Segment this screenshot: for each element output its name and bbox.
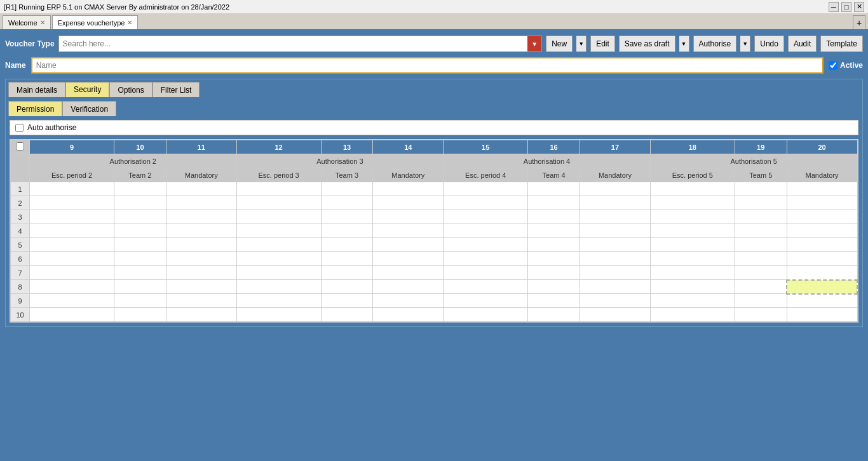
table-cell[interactable] [787,196,857,210]
table-cell[interactable] [114,182,166,196]
table-cell[interactable] [114,196,166,210]
new-button[interactable]: New [546,36,573,52]
table-cell[interactable] [373,308,444,322]
table-cell[interactable] [528,252,580,266]
table-cell[interactable] [166,224,236,238]
tab-security[interactable]: Security [65,82,109,97]
close-button[interactable]: ✕ [854,2,864,12]
table-cell[interactable] [787,252,857,266]
table-cell[interactable] [114,280,166,294]
table-cell[interactable] [444,308,528,322]
table-cell[interactable] [528,210,580,224]
active-checkbox[interactable] [829,61,837,70]
table-cell[interactable] [30,280,114,294]
table-cell[interactable] [30,294,114,308]
table-cell[interactable] [114,238,166,252]
table-cell[interactable] [735,182,787,196]
table-cell[interactable] [114,308,166,322]
minimize-button[interactable]: ─ [829,2,839,12]
table-cell[interactable] [321,210,373,224]
table-cell[interactable] [236,280,321,294]
table-cell[interactable] [236,196,321,210]
template-button[interactable]: Template [820,36,863,52]
table-cell[interactable] [735,238,787,252]
undo-button[interactable]: Undo [754,36,784,52]
auto-authorise-checkbox[interactable] [15,124,24,132]
tab-main-details[interactable]: Main details [8,82,65,97]
tab-welcome[interactable]: Welcome ✕ [3,15,51,29]
table-cell[interactable] [30,308,114,322]
table-cell[interactable] [580,210,651,224]
table-cell[interactable] [580,252,651,266]
table-cell[interactable] [30,266,114,280]
table-cell[interactable] [787,266,857,280]
table-cell[interactable] [373,196,444,210]
table-cell[interactable] [444,210,528,224]
table-cell[interactable] [30,224,114,238]
table-cell[interactable] [236,224,321,238]
restore-button[interactable]: □ [841,2,851,12]
table-cell[interactable] [373,280,444,294]
table-cell[interactable] [580,266,651,280]
table-cell[interactable] [580,280,651,294]
audit-button[interactable]: Audit [788,36,817,52]
table-cell[interactable] [444,280,528,294]
table-cell[interactable] [650,196,735,210]
table-cell[interactable] [321,224,373,238]
table-cell[interactable] [444,196,528,210]
subtab-permission[interactable]: Permission [8,101,62,116]
table-cell[interactable] [236,266,321,280]
table-cell[interactable] [114,266,166,280]
table-cell[interactable] [528,266,580,280]
table-cell[interactable] [787,308,857,322]
table-cell[interactable] [321,182,373,196]
authorise-button[interactable]: Authorise [693,36,737,52]
save-draft-button[interactable]: Save as draft [619,36,675,52]
search-input[interactable] [59,36,528,51]
table-cell[interactable] [528,196,580,210]
table-cell[interactable] [114,224,166,238]
save-draft-dropdown-button[interactable]: ▼ [679,36,689,52]
select-all-checkbox[interactable] [16,142,24,150]
table-cell[interactable] [528,182,580,196]
table-cell[interactable] [787,280,857,294]
table-cell[interactable] [321,294,373,308]
table-cell[interactable] [373,224,444,238]
table-cell[interactable] [373,266,444,280]
table-cell[interactable] [30,196,114,210]
table-cell[interactable] [444,238,528,252]
table-cell[interactable] [528,238,580,252]
table-cell[interactable] [650,210,735,224]
table-cell[interactable] [114,252,166,266]
table-cell[interactable] [735,294,787,308]
table-cell[interactable] [114,294,166,308]
table-cell[interactable] [650,182,735,196]
table-cell[interactable] [735,196,787,210]
table-cell[interactable] [321,196,373,210]
table-cell[interactable] [650,238,735,252]
table-cell[interactable] [580,182,651,196]
table-cell[interactable] [528,308,580,322]
table-cell[interactable] [735,266,787,280]
table-cell[interactable] [787,224,857,238]
table-cell[interactable] [444,266,528,280]
table-cell[interactable] [735,252,787,266]
table-cell[interactable] [735,280,787,294]
table-cell[interactable] [650,280,735,294]
table-cell[interactable] [444,224,528,238]
table-cell[interactable] [373,238,444,252]
table-cell[interactable] [114,210,166,224]
table-cell[interactable] [166,280,236,294]
table-cell[interactable] [444,182,528,196]
table-cell[interactable] [580,294,651,308]
name-input[interactable] [31,57,824,74]
table-cell[interactable] [166,238,236,252]
table-cell[interactable] [30,182,114,196]
table-cell[interactable] [166,294,236,308]
table-cell[interactable] [787,238,857,252]
table-cell[interactable] [444,252,528,266]
table-cell[interactable] [321,280,373,294]
table-cell[interactable] [166,252,236,266]
table-cell[interactable] [650,266,735,280]
table-cell[interactable] [787,210,857,224]
